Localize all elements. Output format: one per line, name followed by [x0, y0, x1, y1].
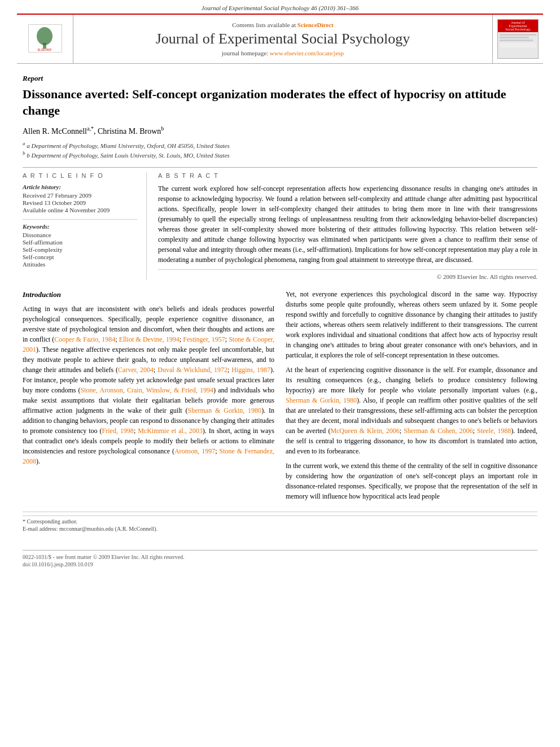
revised-line: Revised 13 October 2009 [23, 199, 137, 206]
ref-elliot-devine[interactable]: Elliot & Devine, 1994 [119, 335, 180, 343]
right-para1: Yet, not everyone experiences this psych… [286, 289, 537, 360]
journal-thumbnail-container: Journal ofExperimentalSocial Psychology [492, 15, 543, 63]
right-para3: In the current work, we extend this them… [286, 461, 537, 501]
kw5: Attitudes [23, 261, 137, 268]
intro-title: Introduction [23, 289, 274, 300]
elsevier-graphic: ELSEVIER [28, 24, 62, 53]
affil-a: a a Department of Psychology, Miami Univ… [23, 141, 537, 149]
right-para2: At the heart of experiencing cognitive d… [286, 365, 537, 456]
journal-thumbnail: Journal ofExperimentalSocial Psychology [497, 19, 539, 59]
ref-sherman-gorkin[interactable]: Sherman & Gorkin, 1980 [188, 407, 262, 414]
top-journal-text: Journal of Experimental Social Psycholog… [202, 5, 358, 11]
article-info-header: A R T I C L E I N F O [23, 172, 137, 179]
ref-fried[interactable]: Fried, 1998 [102, 427, 134, 435]
ref-stone-fernandez[interactable]: Stone & Fernandez, 2008 [23, 447, 274, 465]
ref-cooper-fazio[interactable]: Cooper & Fazio, 1984 [54, 335, 115, 343]
body-left-col: Introduction Acting in ways that are inc… [23, 289, 274, 506]
page-wrapper: Journal of Experimental Social Psycholog… [0, 0, 560, 747]
abstract-text: The current work explored how self-conce… [158, 184, 537, 265]
ref-sherman-cohen[interactable]: Sherman & Cohen, 2006 [404, 427, 473, 435]
keywords-section: Keywords: Dissonance Self-affirmation Se… [23, 219, 137, 268]
kw2: Self-affirmation [23, 239, 137, 246]
footer-line2: doi:10.1016/j.jesp.2009.10.019 [23, 561, 537, 567]
homepage-link[interactable]: www.elsevier.com/locate/jesp [270, 50, 344, 56]
ref-aronson[interactable]: Aronson, 1997 [174, 447, 215, 455]
article-history-label: Article history: [23, 184, 137, 190]
footnote-email: E-mail address: mcconnar@muohio.edu (A.R… [23, 526, 537, 532]
footnote-email-text: E-mail address: mcconnar@muohio.edu (A.R… [23, 526, 158, 532]
ref-carver[interactable]: Carver, 2004 [118, 366, 154, 374]
header-band: ELSEVIER Contents lists available at Sci… [17, 14, 543, 64]
sciencedirect-prefix: Contents lists available at [232, 21, 297, 28]
author-b-name: Christina M. Brown [98, 127, 161, 136]
report-label: Report [23, 74, 537, 83]
elsevier-logo: ELSEVIER [28, 24, 62, 54]
ref-duval[interactable]: Duval & Wicklund, 1972 [158, 366, 228, 374]
author-a-name: Allen R. McConnell [23, 127, 87, 136]
kw3: Self-complexity [23, 246, 137, 253]
journal-title-header: Journal of Experimental Social Psycholog… [156, 30, 410, 47]
journal-thumb-body [498, 32, 538, 58]
footnote-section: * Corresponding author. E-mail address: … [23, 512, 537, 532]
affil-a-text: a Department of Psychology, Miami Univer… [27, 142, 230, 149]
footnote-star: * Corresponding author. [23, 518, 537, 525]
ref-mckimmie[interactable]: McKimmie et al., 2003 [138, 427, 203, 435]
ref-sherman-gorkin2[interactable]: Sherman & Gorkin, 1980 [286, 396, 357, 404]
sciencedirect-line: Contents lists available at ScienceDirec… [232, 21, 333, 28]
ref-higgins[interactable]: Higgins, 1987 [231, 366, 270, 374]
affil-b-text: b Department of Psychology, Saint Louis … [27, 151, 229, 158]
journal-homepage-line: journal homepage: www.elsevier.com/locat… [222, 50, 344, 56]
article-history: Article history: Received 27 February 20… [23, 184, 137, 213]
copyright-line: © 2009 Elsevier Inc. All rights reserved… [158, 269, 537, 280]
author-a-super: a,* [87, 125, 94, 132]
top-journal-line: Journal of Experimental Social Psycholog… [0, 0, 560, 14]
journal-thumb-header: Journal ofExperimentalSocial Psychology [498, 20, 538, 32]
ref-steele[interactable]: Steele, 1988 [477, 427, 511, 435]
available-line: Available online 4 November 2009 [23, 207, 137, 213]
ref-festinger[interactable]: Festinger, 1957 [183, 335, 225, 343]
main-content: Report Dissonance averted: Self-concept … [0, 64, 560, 544]
sciencedirect-link[interactable]: ScienceDirect [298, 21, 334, 28]
article-title: Dissonance averted: Self-concept organiz… [23, 86, 537, 119]
elsevier-logo-container: ELSEVIER [17, 15, 73, 63]
abstract-header: A B S T R A C T [158, 172, 537, 179]
kw4: Self-concept [23, 254, 137, 260]
footer-line1: 0022-1031/$ - see front matter © 2009 El… [23, 554, 537, 560]
svg-text:ELSEVIER: ELSEVIER [38, 48, 52, 51]
keywords-label: Keywords: [23, 223, 137, 230]
info-section: A R T I C L E I N F O Article history: R… [23, 167, 537, 280]
received-line: Received 27 February 2009 [23, 192, 137, 199]
article-info-col: A R T I C L E I N F O Article history: R… [23, 172, 147, 280]
kw1: Dissonance [23, 231, 137, 238]
ref-mcqueen[interactable]: McQueen & Klein, 2006 [330, 427, 399, 435]
header-center: Contents lists available at ScienceDirec… [73, 15, 492, 63]
ref-stone-aronson[interactable]: Stone, Aronson, Crain, Winslow, & Fried,… [81, 386, 213, 394]
authors-line: Allen R. McConnella,*, Christina M. Brow… [23, 125, 537, 136]
body-columns: Introduction Acting in ways that are inc… [23, 289, 537, 506]
abstract-col: A B S T R A C T The current work explore… [158, 172, 537, 280]
page-footer: 0022-1031/$ - see front matter © 2009 El… [23, 550, 537, 567]
body-right-col: Yet, not everyone experiences this psych… [286, 289, 537, 506]
affil-b: b b Department of Psychology, Saint Loui… [23, 150, 537, 159]
affiliations: a a Department of Psychology, Miami Univ… [23, 141, 537, 158]
author-b-super: b [161, 125, 164, 132]
svg-point-1 [37, 27, 53, 45]
intro-para1: Acting in ways that are inconsistent wit… [23, 304, 274, 466]
homepage-prefix: journal homepage: [222, 50, 270, 56]
